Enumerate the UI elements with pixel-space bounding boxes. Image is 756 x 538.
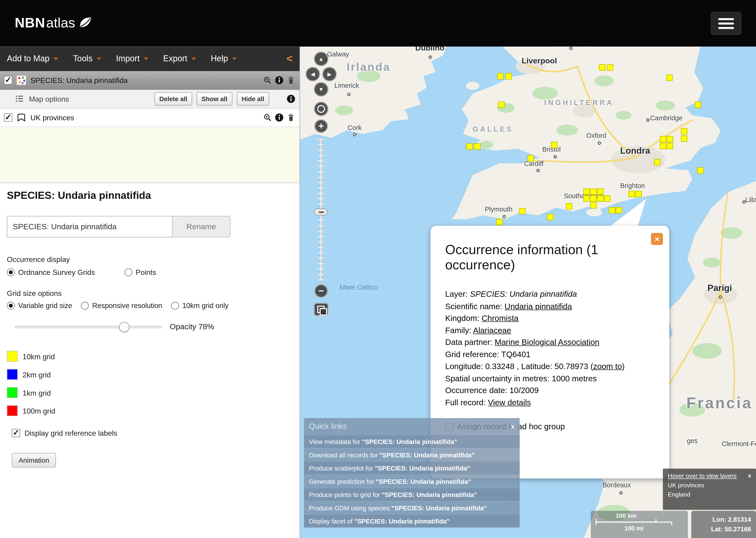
occurrence-grid-square[interactable] (667, 143, 673, 149)
occurrence-grid-square[interactable] (607, 64, 613, 71)
page-title: SPECIES: Undaria pinnatifida (7, 189, 293, 201)
popup-link[interactable]: Alariaceae (473, 326, 511, 334)
hover-layers-close-button[interactable]: x (748, 472, 751, 479)
legend-label: 1km grid (23, 389, 51, 397)
occurrence-grid-square[interactable] (496, 219, 502, 225)
species-layer-checkbox[interactable] (4, 76, 12, 84)
delete-all-button[interactable]: Delete all (155, 92, 192, 106)
occurrence-grid-square[interactable] (583, 195, 590, 202)
layer-info-icon[interactable] (275, 76, 284, 85)
occurrence-grid-square[interactable] (551, 142, 557, 148)
radio-os-grids[interactable] (7, 268, 15, 276)
collapse-sidebar-button[interactable]: < (286, 53, 293, 65)
occurrence-grid-square[interactable] (695, 102, 701, 108)
zoom-out-button[interactable]: − (314, 284, 328, 298)
zoom-in-button[interactable]: + (314, 119, 328, 133)
radio-responsive-resolution[interactable] (81, 302, 89, 310)
radio-10km-only[interactable] (171, 302, 179, 310)
quick-link-item[interactable]: View metadata for "SPECIES: Undaria pinn… (304, 435, 520, 448)
menu-help[interactable]: Help (211, 54, 237, 64)
occurrence-grid-square[interactable] (590, 202, 597, 208)
map-options-info-icon[interactable] (286, 94, 296, 103)
occurrence-grid-square[interactable] (505, 73, 512, 80)
occurrence-grid-square[interactable] (474, 143, 480, 150)
pan-right-button[interactable]: ▶ (322, 67, 337, 81)
menu-export[interactable]: Export (163, 54, 196, 64)
occurrence-grid-square[interactable] (590, 195, 597, 202)
layer-row-uk-provinces[interactable]: UK provinces (0, 109, 300, 127)
grid-reference-labels-checkbox[interactable] (12, 429, 20, 437)
occurrence-grid-square[interactable] (681, 135, 687, 142)
occurrence-grid-square[interactable] (497, 73, 504, 80)
show-all-button[interactable]: Show all (197, 92, 232, 106)
occurrence-grid-square[interactable] (616, 207, 622, 214)
text-segment: Longitude: 0.33248 , Latitude: 50.78973 … (445, 362, 593, 370)
radio-variable-grid[interactable] (7, 302, 15, 310)
occurrence-grid-square[interactable] (697, 167, 703, 174)
popup-link[interactable]: Undaria pinnatifida (505, 301, 572, 310)
occurrence-grid-square[interactable] (660, 136, 666, 142)
hide-all-button[interactable]: Hide all (237, 92, 269, 106)
quick-link-item[interactable]: Download all records for "SPECIES: Undar… (304, 448, 520, 461)
occurrence-grid-square[interactable] (654, 159, 660, 165)
occurrence-grid-square[interactable] (590, 188, 597, 195)
occurrence-grid-square[interactable] (660, 143, 666, 149)
nbn-atlas-logo[interactable]: NBN atlas (15, 15, 93, 31)
pan-left-button[interactable]: ◀ (306, 67, 320, 81)
popup-link[interactable]: View details (488, 398, 531, 406)
hamburger-menu-button[interactable] (711, 12, 741, 35)
delete-layer-icon[interactable] (286, 113, 296, 122)
occurrence-grid-square[interactable] (636, 191, 642, 197)
occurrence-grid-square[interactable] (681, 128, 687, 134)
pan-down-button[interactable]: ▼ (314, 82, 328, 97)
occurrence-grid-square[interactable] (528, 155, 534, 162)
overview-map-button[interactable] (314, 303, 328, 316)
layer-name-input[interactable] (7, 216, 173, 238)
occurrence-grid-square[interactable] (597, 195, 604, 202)
menu-import[interactable]: Import (116, 54, 149, 64)
quick-link-item[interactable]: Produce points to grid for "SPECIES: Und… (304, 488, 520, 501)
pan-up-button[interactable]: ▲ (314, 52, 328, 66)
popup-link[interactable]: Marine Biological Association (495, 338, 599, 346)
occurrence-grid-square[interactable] (498, 102, 505, 108)
animation-button[interactable]: Animation (12, 453, 56, 468)
rename-button[interactable]: Rename (173, 216, 230, 238)
occurrence-grid-square[interactable] (583, 188, 590, 195)
occurrence-grid-square[interactable] (466, 143, 473, 150)
popup-link[interactable]: Chromista (482, 314, 518, 322)
quick-link-item[interactable]: Display facet of "SPECIES: Undaria pinna… (304, 514, 520, 528)
opacity-slider-thumb[interactable] (119, 322, 130, 332)
map-canvas[interactable]: ManchesterDublinoGalwayIrlandaLimerickCo… (300, 46, 756, 538)
zoom-to-layer-icon[interactable] (263, 76, 272, 85)
occurrence-grid-square[interactable] (519, 208, 526, 215)
zoom-slider-handle[interactable] (314, 208, 328, 215)
occurrence-grid-square[interactable] (547, 214, 554, 221)
occurrence-grid-square[interactable] (599, 64, 605, 71)
popup-close-button[interactable]: ✕ (651, 233, 663, 245)
layer-info-icon[interactable] (275, 113, 284, 122)
occurrence-grid-square[interactable] (597, 188, 604, 195)
quick-link-item[interactable]: Produce scatterplot for "SPECIES: Undari… (304, 461, 520, 475)
occurrence-grid-square[interactable] (566, 203, 572, 210)
quick-links-close-button[interactable]: x (511, 423, 515, 430)
radio-points[interactable] (124, 268, 132, 276)
popup-detail-row: Scientific name: Undaria pinnatifida (445, 300, 654, 312)
menu-tools[interactable]: Tools (73, 54, 101, 64)
occurrence-grid-square[interactable] (604, 195, 610, 202)
occurrence-grid-square[interactable] (609, 207, 615, 214)
zoom-to-layer-icon[interactable] (263, 113, 272, 122)
legend-row: 1km grid (7, 387, 293, 398)
quick-link-item[interactable]: Generate prediction for "SPECIES: Undari… (304, 474, 520, 488)
popup-link[interactable]: zoom to (593, 362, 622, 370)
radio-points-label: Points (136, 268, 156, 276)
occurrence-grid-square[interactable] (666, 75, 673, 81)
locate-button[interactable] (314, 102, 328, 116)
layer-row-species[interactable]: SPECIES: Undaria pinnatifida (0, 71, 300, 90)
quick-link-item[interactable]: Produce GDM using species "SPECIES: Unda… (304, 501, 520, 514)
provinces-layer-checkbox[interactable] (4, 113, 12, 122)
opacity-slider[interactable] (15, 326, 162, 328)
occurrence-grid-square[interactable] (667, 136, 673, 142)
menu-add-to-map[interactable]: Add to Map (7, 54, 59, 64)
occurrence-grid-square[interactable] (629, 191, 635, 197)
delete-layer-icon[interactable] (286, 76, 296, 85)
